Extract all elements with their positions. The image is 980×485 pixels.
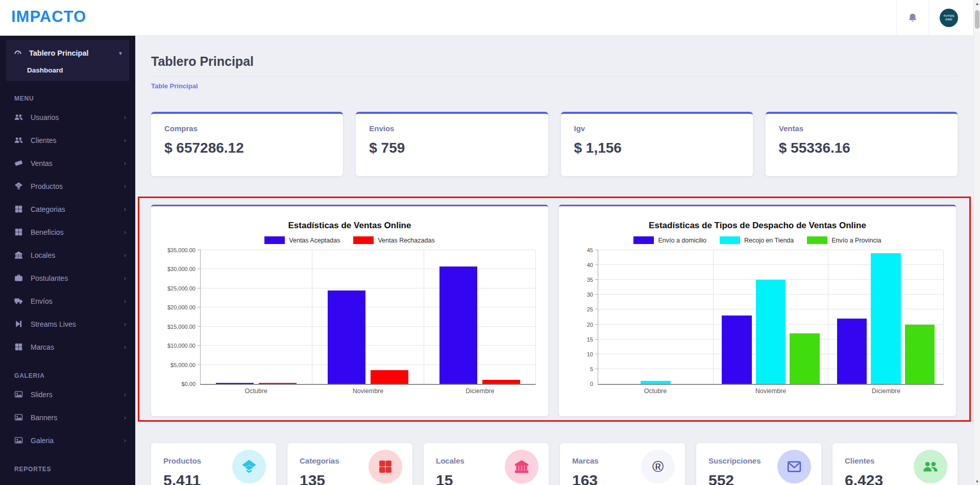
bar-octubre [216,383,254,384]
sidebar-item-banners[interactable]: Banners› [0,406,135,429]
users-icon [14,136,23,144]
sidebar-item-sliders[interactable]: Sliders› [0,383,135,406]
sidebar-item-marcas[interactable]: Marcas› [0,335,135,358]
sidebar-item-label: Beneficios [31,228,124,236]
x-axis-labels: OctubreNoviembreDiciembre [598,387,944,395]
sidebar-item-ventas[interactable]: Ventas› [0,152,135,175]
notifications-button[interactable] [897,0,928,36]
legend-swatch [633,236,654,244]
chevron-right-icon: › [124,159,126,167]
y-axis-tick-label: 45 [587,247,593,253]
summary-card-productos: Productos5,411 [151,443,276,485]
y-axis-tick-label: 0 [590,381,593,387]
main-content: Tablero Principal Table Principal Compra… [135,36,980,485]
dropbox-icon [14,182,23,190]
y-axis-tick-label: 35 [587,277,593,283]
sidebar-item-clientes[interactable]: Clientes› [0,129,135,152]
image-icon [14,436,23,445]
sidebar-item-dashboard[interactable]: Dashboard [13,61,123,75]
app-logo: IMPACTO [11,8,86,26]
chevron-right-icon: › [124,320,126,328]
briefcase-icon [14,274,23,282]
grid-icon [14,228,23,236]
sidebar-item-label: Locales [31,251,124,259]
summary-card-icon-circle [777,450,811,483]
y-axis-tick-label: $30,000.00 [167,266,195,272]
stat-card-label: Igv [574,124,740,133]
x-axis-label: Noviembre [312,387,424,395]
user-menu-button[interactable]: TUTOS ONE [929,0,969,36]
summary-card-clientes: Clientes6,423 [832,443,958,485]
chart-legend: Ventas AceptadasVentas Rechazadas [151,236,548,244]
chevron-right-icon: › [124,436,126,444]
chevron-right-icon: › [124,297,126,305]
legend-item[interactable]: Recojo en Tienda [720,236,794,244]
envelope-icon [787,459,802,474]
chart-title: Estadísticas de Ventas Online [151,221,548,231]
summary-card-locales: Locales15 [424,443,549,485]
legend-item[interactable]: Envío a Provincia [807,236,881,244]
sidebar-item-galeria[interactable]: Galeria› [0,429,135,452]
dropbox-icon [241,459,257,474]
summary-card-icon-circle [505,450,538,483]
sidebar-item-envíos[interactable]: Envíos› [0,289,135,312]
play-skip-icon [14,320,23,328]
sidebar-item-locales[interactable]: Locales› [0,244,135,266]
summary-card-icon-circle [232,450,266,483]
bank-icon [514,459,529,474]
x-axis-label: Diciembre [828,387,944,395]
summary-card-icon-circle [914,450,947,483]
y-axis-tick-label: 40 [587,262,593,268]
sidebar-item-label: Galeria [31,436,124,445]
sidebar-item-label: Banners [31,414,124,422]
sidebar-menu: MENUUsuarios›Clientes›Ventas›Productos›C… [0,93,135,474]
sidebar-item-productos[interactable]: Productos› [0,175,135,198]
sidebar-item-tablero-principal[interactable]: Tablero Principal ▼ Dashboard [6,40,129,81]
summary-card-icon-circle: ® [641,450,675,483]
sidebar-item-postulantes[interactable]: Postulantes› [0,266,135,289]
sidebar-item-categorias[interactable]: Categorias› [0,198,135,221]
sidebar: Tablero Principal ▼ Dashboard MENUUsuari… [0,36,135,485]
legend-item[interactable]: Ventas Rechazadas [353,236,434,244]
grid-icon [14,343,23,351]
bar-group [201,250,312,384]
legend-swatch [807,236,827,244]
scroll-down-arrow[interactable]: ▼ [974,478,980,485]
stat-card-label: Envios [369,124,534,133]
x-axis-label: Octubre [598,387,713,395]
breadcrumb-link[interactable]: Table Principal [151,82,198,90]
legend-item[interactable]: Ventas Aceptadas [264,236,340,244]
grid-icon [378,459,393,474]
chart-ventas-online: Estadísticas de Ventas Online Ventas Ace… [151,205,548,416]
bell-icon [907,12,918,23]
legend-item[interactable]: Envío a domicilio [633,236,706,244]
legend-swatch [353,236,374,244]
sidebar-item-label: Categorias [31,205,124,213]
summary-card-suscripciones: Suscripciones552 [696,443,821,485]
vertical-scrollbar[interactable]: ▲ ▼ [973,0,980,485]
sidebar-item-beneficios[interactable]: Beneficios› [0,221,135,244]
registered-icon: ® [652,458,664,475]
scrollbar-thumb[interactable] [975,10,979,29]
bar-diciembre [837,319,867,384]
stat-card-label: Compras [164,124,330,133]
scroll-up-arrow[interactable]: ▲ [974,0,980,7]
bar-noviembre [756,280,786,384]
sidebar-section-label: MENU [0,93,135,104]
sidebar-item-streams-lives[interactable]: Streams Lives› [0,312,135,335]
stat-card-ventas: Ventas$ 55336.16 [766,112,958,176]
sidebar-item-usuarios[interactable]: Usuarios› [0,106,135,129]
chevron-right-icon: › [124,182,126,190]
x-axis-labels: OctubreNoviembreDiciembre [200,387,536,395]
chevron-right-icon: › [124,414,126,421]
chevron-right-icon: › [124,136,126,144]
y-axis-tick-label: $5,000.00 [170,362,195,368]
sidebar-section-label: GALERIA [0,371,135,381]
sidebar-item-label: Envíos [31,297,124,305]
legend-swatch [720,236,740,244]
summary-card-icon-circle [369,450,402,483]
y-axis-tick-label: $10,000.00 [167,343,195,349]
chevron-right-icon: › [124,391,126,398]
y-axis-tick-label: 5 [590,366,593,372]
bar-group [312,250,424,384]
